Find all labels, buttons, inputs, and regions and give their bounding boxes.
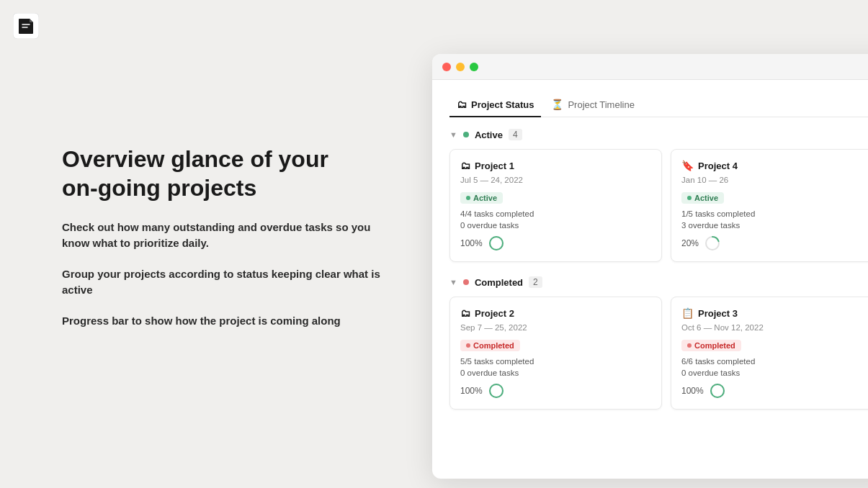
project-1-overdue: 0 overdue tasks [460, 221, 651, 230]
project-2-title: 🗂 Project 2 [460, 307, 651, 319]
window-close-dot[interactable] [442, 63, 451, 71]
project-3-badge-dot [687, 343, 692, 348]
active-cards-grid: 🗂 Project 1 Jul 5 — 24, 2022 Active 4/4 … [449, 149, 868, 262]
description-block-2: Group your projects according to status … [62, 266, 389, 299]
tab-project-timeline[interactable]: ⏳ Project Timeline [544, 93, 641, 117]
project-timeline-icon: ⏳ [551, 99, 563, 110]
project-4-overdue: 3 overdue tasks [681, 221, 868, 230]
project-1-date: Jul 5 — 24, 2022 [460, 176, 651, 184]
description-block-3: Progress bar to show how the project is … [62, 313, 389, 330]
tab-project-status-label: Project Status [471, 99, 534, 110]
project-card-2: 🗂 Project 2 Sep 7 — 25, 2022 Completed 5… [449, 297, 662, 410]
description-block-1: Check out how many outstanding and overd… [62, 220, 389, 252]
project-3-progress: 100% [681, 383, 868, 399]
project-2-progress: 100% [460, 383, 651, 399]
section-completed-toggle[interactable]: ▼ [449, 278, 457, 286]
project-card-4: 🔖 Project 4 Jan 10 — 26 Active 1/5 tasks… [671, 149, 868, 262]
project-4-tasks: 1/5 tasks completed [681, 209, 868, 218]
project-status-icon: 🗂 [457, 99, 467, 110]
project-2-date: Sep 7 — 25, 2022 [460, 323, 651, 332]
tabs-bar: 🗂 Project Status ⏳ Project Timeline [449, 93, 868, 117]
project-4-title: 🔖 Project 4 [681, 160, 868, 171]
project-4-status-badge: Active [681, 192, 724, 204]
main-heading: Overview glance of your on-going project… [62, 145, 389, 202]
project-3-status-label: Completed [694, 341, 735, 350]
project-2-icon: 🗂 [460, 307, 470, 319]
project-4-progress: 20% [681, 235, 868, 251]
project-3-overdue: 0 overdue tasks [681, 369, 868, 377]
project-2-badge-dot [466, 343, 470, 348]
project-4-progress-text: 20% [681, 238, 699, 248]
project-1-badge-dot [466, 196, 470, 200]
project-card-3: 📋 Project 3 Oct 6 — Nov 12, 2022 Complet… [671, 297, 868, 410]
completed-cards-grid: 🗂 Project 2 Sep 7 — 25, 2022 Completed 5… [449, 297, 868, 410]
project-card-1: 🗂 Project 1 Jul 5 — 24, 2022 Active 4/4 … [449, 149, 662, 262]
project-3-progress-text: 100% [681, 386, 704, 396]
tab-project-status[interactable]: 🗂 Project Status [449, 93, 541, 117]
section-active-count: 4 [509, 129, 522, 140]
project-2-status-label: Completed [473, 341, 514, 350]
project-2-name: Project 2 [475, 308, 514, 319]
project-3-status-badge: Completed [681, 340, 741, 351]
section-completed: ▼ Completed 2 🗂 Project 2 Sep 7 — 25, 20… [449, 276, 868, 410]
project-4-name: Project 4 [698, 161, 738, 171]
completed-status-dot [463, 279, 469, 285]
description-text-2: Group your projects according to status … [62, 266, 389, 299]
project-2-status-badge: Completed [460, 340, 520, 351]
project-1-name: Project 1 [475, 161, 514, 171]
browser-window: 🗂 Project Status ⏳ Project Timeline ▼ Ac… [432, 54, 868, 479]
project-2-progress-circle [488, 383, 504, 399]
section-completed-header: ▼ Completed 2 [449, 276, 868, 288]
project-4-progress-circle [704, 235, 720, 251]
project-1-title: 🗂 Project 1 [460, 160, 651, 171]
left-panel: Overview glance of your on-going project… [0, 0, 432, 488]
project-2-overdue: 0 overdue tasks [460, 369, 651, 377]
window-minimize-dot[interactable] [456, 63, 465, 71]
project-1-progress: 100% [460, 235, 651, 251]
section-completed-label: Completed [475, 277, 523, 288]
svg-point-6 [490, 384, 503, 397]
project-1-icon: 🗂 [460, 160, 470, 171]
section-active: ▼ Active 4 🗂 Project 1 Jul 5 — 24, 2022 … [449, 129, 868, 262]
project-1-progress-text: 100% [460, 238, 483, 248]
project-4-status-label: Active [694, 194, 718, 202]
section-active-toggle[interactable]: ▼ [449, 130, 457, 139]
description-text-3: Progress bar to show how the project is … [62, 313, 389, 330]
window-maximize-dot[interactable] [470, 63, 478, 71]
tab-project-timeline-label: Project Timeline [568, 99, 634, 110]
project-2-tasks: 5/5 tasks completed [460, 357, 651, 366]
description-text-1: Check out how many outstanding and overd… [62, 220, 389, 252]
project-1-status-label: Active [473, 194, 497, 202]
window-content: 🗂 Project Status ⏳ Project Timeline ▼ Ac… [432, 80, 868, 479]
project-4-icon: 🔖 [681, 160, 694, 171]
project-4-badge-dot [687, 196, 692, 200]
project-1-status-badge: Active [460, 192, 503, 204]
project-3-name: Project 3 [698, 308, 738, 319]
project-1-tasks: 4/4 tasks completed [460, 209, 651, 218]
project-3-progress-circle [710, 383, 725, 399]
active-status-dot [463, 132, 469, 137]
section-active-label: Active [475, 130, 503, 140]
section-active-header: ▼ Active 4 [449, 129, 868, 140]
project-3-icon: 📋 [681, 307, 694, 319]
project-1-progress-circle [488, 235, 504, 251]
project-2-progress-text: 100% [460, 386, 483, 396]
project-3-date: Oct 6 — Nov 12, 2022 [681, 323, 868, 332]
project-4-date: Jan 10 — 26 [681, 176, 868, 184]
section-completed-count: 2 [529, 276, 542, 288]
svg-point-8 [711, 384, 724, 397]
window-chrome [432, 54, 868, 80]
project-3-title: 📋 Project 3 [681, 307, 868, 319]
project-3-tasks: 6/6 tasks completed [681, 357, 868, 366]
svg-point-2 [490, 237, 503, 250]
